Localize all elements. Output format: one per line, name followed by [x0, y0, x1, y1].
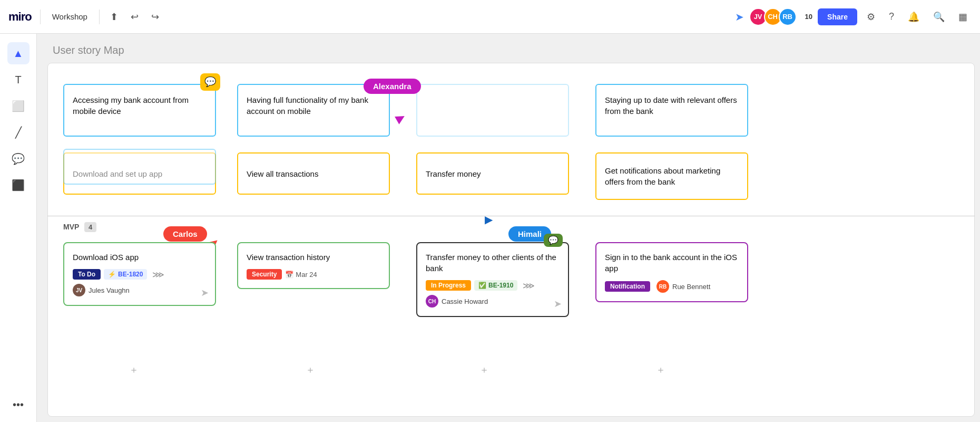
- task-4-badges: Notification RB Rue Bennett: [605, 280, 739, 293]
- mvp-label: MVP 4: [63, 222, 96, 232]
- story-card-4[interactable]: Get notifications about marketing offers…: [595, 152, 748, 200]
- text-tool-button[interactable]: T: [7, 69, 30, 91]
- add-below-3-button[interactable]: ＋: [479, 363, 489, 376]
- divider: [40, 9, 41, 24]
- help-icon[interactable]: ?: [885, 8, 898, 25]
- task-card-1[interactable]: Download iOS app To Do ⚡ BE-1820 ⋙ JV Ju…: [63, 242, 216, 306]
- sidebar: ▲ T ⬜ ╱ 💬 ⬛ •••: [0, 34, 37, 422]
- story-4-text: Get notifications about marketing offers…: [605, 165, 739, 187]
- task-2-badge: Security: [247, 269, 282, 280]
- task-3-badge: In Progress: [426, 280, 471, 291]
- logo: miro: [8, 10, 32, 24]
- notifications-icon[interactable]: 🔔: [904, 8, 924, 26]
- undo-button[interactable]: ↩: [126, 8, 143, 26]
- page-title: User story Map: [53, 44, 124, 56]
- tab-name: Workshop: [47, 10, 93, 23]
- panel-icon[interactable]: ▦: [954, 8, 972, 26]
- avatar-group: JV CH RB: [749, 8, 797, 26]
- task-3-badges: In Progress ✅ BE-1910 ⋙: [426, 280, 560, 291]
- cursor-carlos: Carlos: [163, 226, 207, 242]
- task-2-date: 📅 Mar 24: [285, 271, 317, 279]
- search-icon[interactable]: 🔍: [929, 8, 949, 26]
- story-card-2[interactable]: View all transactions: [237, 152, 390, 195]
- task-4-avatar: RB: [656, 280, 669, 293]
- comment-tool-button[interactable]: 💬: [7, 148, 30, 170]
- add-below-2-button[interactable]: ＋: [306, 363, 315, 376]
- task-3-user: Cassie Howard: [442, 298, 488, 305]
- expand-icon-3[interactable]: ⋙: [523, 281, 535, 291]
- task-1-user-row: JV Jules Vaughn: [73, 284, 207, 296]
- sticky-tool-button[interactable]: ⬜: [7, 95, 30, 117]
- board: 💬 Accessing my bank account from mobile …: [47, 63, 975, 417]
- comment-bubble-1: 💬: [200, 73, 220, 91]
- task-1-avatar: JV: [73, 284, 85, 296]
- epic-card-1-text: Accessing my bank account from mobile de…: [73, 95, 189, 116]
- h-divider-1: [47, 216, 975, 216]
- send-icon-3: ➤: [554, 298, 562, 310]
- task-3-user-row: CH Cassie Howard: [426, 295, 560, 308]
- share-button[interactable]: Share: [818, 8, 857, 25]
- select-tool-button[interactable]: ▲: [7, 42, 30, 64]
- task-3-tag: ✅ BE-1910: [474, 280, 517, 291]
- divider2: [99, 9, 100, 24]
- task-3-title: Transfer money to other clients of the b…: [426, 252, 560, 274]
- epic-card-3[interactable]: Staying up to date with relevant offers …: [595, 84, 748, 137]
- epic-card-1[interactable]: 💬 Accessing my bank account from mobile …: [63, 84, 216, 137]
- epic-card-2-text: Having full functionality of my bank acc…: [247, 95, 368, 116]
- avatar-3: RB: [779, 8, 797, 26]
- task-1-tag: ⚡ BE-1820: [104, 269, 147, 280]
- blue-cursor-arrow: ▶: [485, 213, 493, 226]
- task-4-badge: Notification: [605, 281, 650, 292]
- more-tools-button[interactable]: •••: [7, 394, 30, 416]
- redo-button[interactable]: ↪: [147, 8, 163, 26]
- story-card-3[interactable]: Transfer money: [416, 152, 569, 195]
- task-2-badges: Security 📅 Mar 24: [247, 269, 380, 280]
- users-count: 10: [805, 13, 812, 21]
- task-card-4[interactable]: Sign in to the bank account in the iOS a…: [595, 242, 748, 302]
- epic-card-empty[interactable]: [416, 84, 569, 137]
- line-tool-button[interactable]: ╱: [7, 121, 30, 143]
- task-4-title: Sign in to the bank account in the iOS a…: [605, 252, 739, 274]
- upload-button[interactable]: ⬆: [106, 8, 122, 26]
- toolbar-right: ➤ JV CH RB 10 Share ⚙ ? 🔔 🔍 ▦: [735, 8, 972, 26]
- mvp-badge: 4: [84, 222, 96, 232]
- add-below-4-button[interactable]: ＋: [656, 363, 665, 376]
- add-below-1-button[interactable]: ＋: [129, 363, 139, 376]
- task-1-title: Download iOS app: [73, 252, 207, 263]
- task-1-badges: To Do ⚡ BE-1820 ⋙: [73, 269, 207, 280]
- task-3-avatar: CH: [426, 295, 438, 308]
- task-4-user: Rue Bennett: [672, 283, 710, 291]
- story-2-text: View all transactions: [247, 168, 318, 179]
- send-icon-1: ➤: [201, 287, 209, 299]
- story-3-text: Transfer money: [426, 168, 481, 179]
- task-2-title: View transaction history: [247, 252, 380, 263]
- toolbar: miro Workshop ⬆ ↩ ↪ ➤ JV CH RB 10 Share …: [0, 0, 980, 34]
- epic-card-3-text: Staying up to date with relevant offers …: [605, 95, 737, 116]
- cursor-indicator-icon: ➤: [735, 11, 744, 23]
- comment-bubble-3: 💬: [544, 234, 563, 247]
- empty-story-slot: [63, 149, 216, 185]
- task-card-2[interactable]: View transaction history Security 📅 Mar …: [237, 242, 390, 289]
- task-card-3[interactable]: 💬 Transfer money to other clients of the…: [416, 242, 569, 317]
- canvas: User story Map 💬 Accessing my bank accou…: [37, 34, 980, 422]
- expand-icon-1[interactable]: ⋙: [152, 270, 164, 280]
- cursor-alexandra: Alexandra: [364, 79, 421, 94]
- task-1-user: Jules Vaughn: [89, 286, 130, 294]
- settings-icon[interactable]: ⚙: [863, 8, 879, 26]
- task-1-badge: To Do: [73, 269, 101, 280]
- frame-tool-button[interactable]: ⬛: [7, 174, 30, 196]
